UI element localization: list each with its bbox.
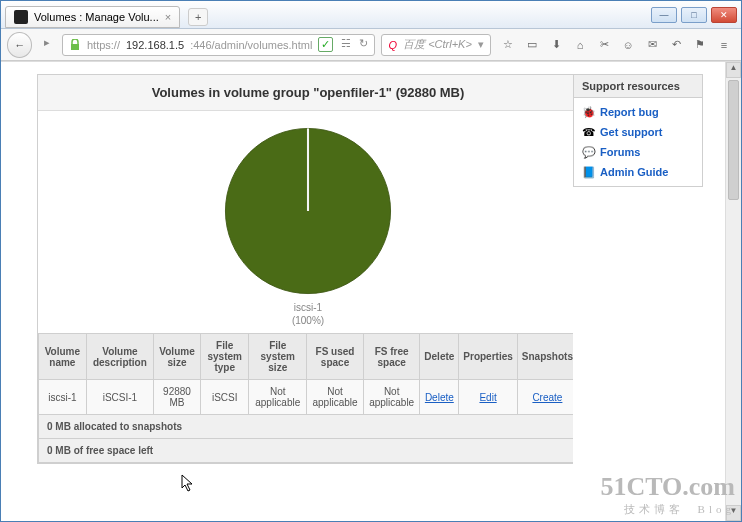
smile-icon[interactable]: ☺ [621, 38, 635, 52]
th-props: Properties [459, 334, 517, 380]
window-maximize[interactable]: □ [681, 7, 707, 23]
pie-chart [222, 125, 394, 297]
support-icon: ☎ [582, 126, 594, 138]
td-fsused: Not applicable [307, 380, 364, 415]
delete-link[interactable]: Delete [425, 392, 454, 403]
th-fsfree: FS free space [363, 334, 419, 380]
window-close[interactable]: ✕ [711, 7, 737, 23]
td-delete: Delete [420, 380, 459, 415]
th-desc: Volume description [86, 334, 153, 380]
forums-icon: 💬 [582, 146, 594, 158]
shield-icon[interactable]: ✓ [318, 37, 333, 52]
pie-chart-area: iscsi-1 (100%) [38, 111, 573, 333]
url-path: :446/admin/volumes.html [190, 39, 312, 51]
page-title: Volumes in volume group "openfiler-1" (9… [38, 75, 573, 111]
td-fstype: iSCSI [200, 380, 248, 415]
td-desc: iSCSI-1 [86, 380, 153, 415]
browser-tab[interactable]: Volumes : Manage Volu... × [5, 6, 180, 28]
guide-icon: 📘 [582, 166, 594, 178]
scroll-thumb[interactable] [728, 80, 739, 200]
td-name: iscsi-1 [39, 380, 87, 415]
table-footer-freespace: 0 MB of free space left [38, 439, 573, 463]
browser-toolbar: ← ▸ https://192.168.1.5:446/admin/volume… [1, 29, 741, 61]
volumes-panel: Volumes in volume group "openfiler-1" (9… [37, 74, 573, 464]
th-size: Volume size [154, 334, 201, 380]
reader-icon[interactable]: ☵ [341, 37, 351, 52]
scroll-down-button[interactable]: ▼ [726, 505, 741, 521]
undo-icon[interactable]: ↶ [669, 38, 683, 52]
td-snap: Create [517, 380, 573, 415]
sidebar-item-bug[interactable]: 🐞Report bug [574, 102, 702, 122]
sidebar-item-guide[interactable]: 📘Admin Guide [574, 162, 702, 182]
th-fssize: File system size [249, 334, 307, 380]
search-engine-icon: Q [388, 39, 397, 51]
scroll-up-button[interactable]: ▲ [726, 62, 741, 78]
th-fsused: FS used space [307, 334, 364, 380]
sidebar-item-forums[interactable]: 💬Forums [574, 142, 702, 162]
get-support-link[interactable]: Get support [600, 126, 662, 138]
lock-icon [69, 39, 81, 51]
content: Volumes in volume group "openfiler-1" (9… [1, 62, 573, 521]
tab-close-icon[interactable]: × [165, 11, 171, 23]
vertical-scrollbar[interactable]: ▲ ▼ [725, 62, 741, 521]
table-header-row: Volume name Volume description Volume si… [39, 334, 574, 380]
td-props: Edit [459, 380, 517, 415]
toolbar-icons: ☆ ▭ ⬇ ⌂ ✂ ☺ ✉ ↶ ⚑ ≡ [497, 38, 735, 52]
tab-title: Volumes : Manage Volu... [34, 11, 159, 23]
reload-icon[interactable]: ↻ [359, 37, 368, 52]
window-buttons: — □ ✕ [651, 7, 737, 23]
edit-link[interactable]: Edit [479, 392, 496, 403]
chart-label: iscsi-1 (100%) [38, 301, 573, 327]
support-box: Support resources 🐞Report bug ☎Get suppo… [573, 74, 703, 187]
forums-link[interactable]: Forums [600, 146, 640, 158]
support-sidebar: Support resources 🐞Report bug ☎Get suppo… [573, 74, 703, 521]
nav-back-button[interactable]: ← [7, 32, 32, 58]
download-icon[interactable]: ⬇ [549, 38, 563, 52]
screenshot-icon[interactable]: ✂ [597, 38, 611, 52]
window-titlebar: Volumes : Manage Volu... × + — □ ✕ [1, 1, 741, 29]
new-tab-button[interactable]: + [188, 8, 208, 26]
volumes-table: Volume name Volume description Volume si… [38, 333, 573, 415]
th-snap: Snapshots [517, 334, 573, 380]
report-bug-link[interactable]: Report bug [600, 106, 659, 118]
flag-icon[interactable]: ⚑ [693, 38, 707, 52]
create-snapshot-link[interactable]: Create [532, 392, 562, 403]
bug-icon: 🐞 [582, 106, 594, 118]
td-fssize: Not applicable [249, 380, 307, 415]
bookmarks-icon[interactable]: ▭ [525, 38, 539, 52]
page: Volumes in volume group "openfiler-1" (9… [1, 61, 741, 521]
home-icon[interactable]: ⌂ [573, 38, 587, 52]
nav-forward-button[interactable]: ▸ [38, 36, 56, 54]
search-box[interactable]: Q 百度 <Ctrl+K> ▾ [381, 34, 491, 56]
th-fstype: File system type [200, 334, 248, 380]
th-name: Volume name [39, 334, 87, 380]
support-title: Support resources [574, 75, 702, 98]
mouse-cursor-icon [181, 474, 195, 492]
td-fsfree: Not applicable [363, 380, 419, 415]
tab-favicon [14, 10, 28, 24]
admin-guide-link[interactable]: Admin Guide [600, 166, 668, 178]
url-host: 192.168.1.5 [126, 39, 184, 51]
window-minimize[interactable]: — [651, 7, 677, 23]
th-delete: Delete [420, 334, 459, 380]
star-icon[interactable]: ☆ [501, 38, 515, 52]
url-protocol: https:// [87, 39, 120, 51]
svg-rect-0 [71, 44, 79, 50]
chart-slice-name: iscsi-1 [294, 302, 322, 313]
menu-icon[interactable]: ≡ [717, 38, 731, 52]
search-placeholder: 百度 <Ctrl+K> [403, 37, 472, 52]
td-size: 92880 MB [154, 380, 201, 415]
table-row: iscsi-1 iSCSI-1 92880 MB iSCSI Not appli… [39, 380, 574, 415]
search-dropdown-icon[interactable]: ▾ [478, 38, 484, 51]
sidebar-item-support[interactable]: ☎Get support [574, 122, 702, 142]
table-footer-snapshots: 0 MB allocated to snapshots [38, 415, 573, 439]
chat-icon[interactable]: ✉ [645, 38, 659, 52]
url-bar[interactable]: https://192.168.1.5:446/admin/volumes.ht… [62, 34, 375, 56]
chart-slice-pct: (100%) [292, 315, 324, 326]
